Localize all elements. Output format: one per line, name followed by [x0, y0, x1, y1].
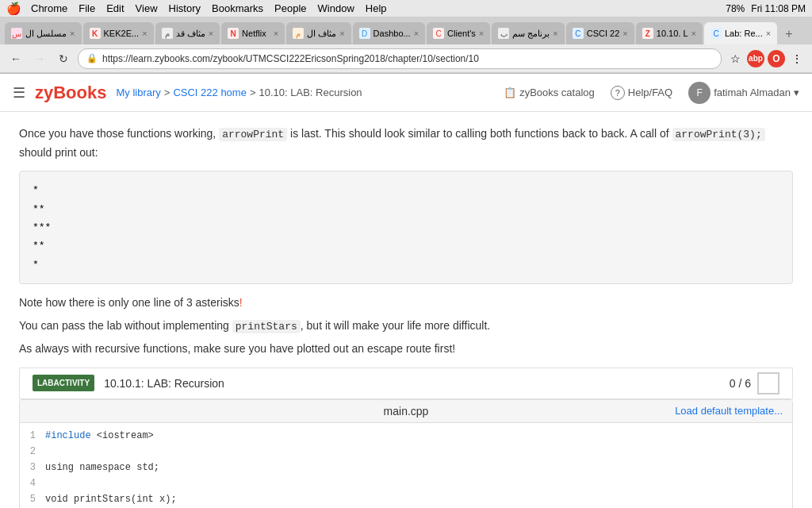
tab-11-favicon: C	[710, 28, 722, 39]
menubar-chrome[interactable]: Chrome	[31, 2, 67, 14]
code-editor-container: main.cpp Load default template... 1 #inc…	[19, 399, 793, 508]
tab-2-favicon: K	[90, 28, 101, 39]
call-code: arrowPrint(3);	[672, 128, 765, 141]
address-bar[interactable]: 🔒 https://learn.zybooks.com/zybook/UTMCS…	[78, 48, 722, 69]
note1: Note how there is only one line of 3 ast…	[19, 294, 793, 311]
line-num-3: 3	[20, 462, 45, 473]
extensions-button[interactable]: ⋮	[788, 50, 806, 67]
menubar-items: Chrome File Edit View History Bookmarks …	[31, 2, 387, 14]
menubar-bookmarks[interactable]: Bookmarks	[212, 2, 263, 14]
tab-7[interactable]: C Client's ×	[427, 22, 490, 44]
tab-7-favicon: C	[433, 28, 444, 39]
score-text: 0 / 6	[730, 377, 751, 390]
tab-1-close[interactable]: ×	[70, 29, 75, 38]
output-line-4: **	[33, 237, 779, 255]
tab-9[interactable]: C CSCI 22 ×	[566, 22, 634, 44]
line-num-5: 5	[20, 494, 45, 505]
tab-10-close[interactable]: ×	[691, 29, 696, 38]
intro-text2: is last. This should look similar to cal…	[287, 127, 668, 140]
arrowprint-code: arrowPrint	[219, 128, 287, 141]
lab-score: 0 / 6	[730, 372, 779, 394]
tab-10[interactable]: Z 10.10. L ×	[636, 22, 703, 44]
tab-6-favicon: D	[359, 28, 370, 39]
tab-4[interactable]: N Netflix ×	[221, 22, 285, 44]
tab-11[interactable]: C Lab: Re... ×	[704, 22, 777, 44]
menubar-view[interactable]: View	[136, 2, 158, 14]
menubar-help[interactable]: Help	[366, 2, 387, 14]
back-button[interactable]: ←	[6, 49, 25, 68]
tab-8[interactable]: ب برنامج سم ×	[492, 22, 565, 44]
menubar-window[interactable]: Window	[318, 2, 354, 14]
forward-button[interactable]: →	[30, 49, 49, 68]
tab-4-close[interactable]: ×	[274, 29, 278, 38]
breadcrumb-mylibrary[interactable]: My library	[116, 87, 160, 98]
printstars-code: printStars	[232, 320, 301, 333]
menubar-edit[interactable]: Edit	[106, 2, 124, 14]
tab-6[interactable]: D Dashbo... ×	[353, 22, 426, 44]
lab-label-line2: ACTIVITY	[54, 378, 90, 388]
tabs-bar: س مسلسل ال × K KEK2E... × م مثاف قد × N …	[0, 17, 812, 44]
output-line-3: ***	[33, 218, 779, 237]
tab-8-close[interactable]: ×	[553, 29, 557, 38]
tab-11-close[interactable]: ×	[766, 29, 771, 38]
tab-8-favicon: ب	[498, 28, 509, 39]
catalog-icon: 📋	[504, 87, 516, 98]
new-tab-button[interactable]: +	[779, 24, 799, 44]
menubar-history[interactable]: History	[169, 2, 201, 14]
catalog-button[interactable]: 📋 zyBooks catalog	[504, 87, 595, 98]
line-content-5: void printStars(int x);	[45, 494, 177, 505]
tab-6-close[interactable]: ×	[414, 29, 419, 38]
tab-5[interactable]: م مثاف ال ×	[286, 22, 351, 44]
tab-8-label: برنامج سم	[512, 29, 550, 39]
tab-11-label: Lab: Re...	[725, 29, 763, 38]
nav-bar: ← → ↻ 🔒 https://learn.zybooks.com/zybook…	[0, 44, 812, 73]
note2-part2: , but it will make your life more diffic…	[301, 319, 490, 332]
output-code-block: * ** *** ** *	[19, 171, 793, 284]
tab-3-label: مثاف قد	[176, 29, 205, 39]
tab-3[interactable]: م مثاف قد ×	[155, 22, 220, 44]
menubar-people[interactable]: People	[274, 2, 306, 14]
clock: Fri 11:08 PM	[751, 3, 806, 14]
tab-9-close[interactable]: ×	[622, 29, 627, 38]
note2-part1: You can pass the lab without implementin…	[19, 319, 232, 332]
tab-5-close[interactable]: ×	[339, 29, 344, 38]
load-template-link[interactable]: Load default template...	[675, 405, 783, 417]
help-button[interactable]: ? Help/FAQ	[611, 86, 672, 100]
tab-2-close[interactable]: ×	[142, 29, 147, 38]
note1-text: Note how there is only one line of 3 ast…	[19, 296, 239, 309]
code-line-4: 4	[20, 477, 792, 493]
catalog-label: zyBooks catalog	[519, 87, 595, 98]
abp-button[interactable]: abp	[747, 50, 764, 67]
code-editor[interactable]: 1 #include <iostream> 2 3 using namespac…	[20, 423, 792, 508]
line-content-3: using namespace std;	[45, 462, 159, 473]
line-num-4: 4	[20, 478, 45, 489]
refresh-button[interactable]: ↻	[54, 49, 73, 68]
tab-2-label: KEK2E...	[104, 29, 140, 38]
opera-button[interactable]: O	[768, 50, 785, 67]
lab-activity-bar: LAB ACTIVITY 10.10.1: LAB: Recursion 0 /…	[19, 368, 793, 399]
tab-10-favicon: Z	[642, 28, 653, 39]
tab-4-label: Netflix	[242, 29, 266, 38]
tab-9-favicon: C	[573, 28, 584, 39]
tab-2[interactable]: K KEK2E... ×	[83, 22, 154, 44]
tab-7-label: Client's	[447, 29, 476, 38]
menubar-file[interactable]: File	[79, 2, 95, 14]
hamburger-menu[interactable]: ☰	[13, 84, 25, 102]
browser-chrome: س مسلسل ال × K KEK2E... × م مثاف قد × N …	[0, 17, 812, 74]
user-menu[interactable]: F fatimah Almadan ▾	[688, 82, 799, 104]
apple-menu[interactable]: 🍎	[6, 2, 21, 16]
address-text: https://learn.zybooks.com/zybook/UTMCSCI…	[102, 53, 479, 64]
output-line-1: *	[33, 181, 779, 199]
help-label: Help/FAQ	[628, 87, 672, 98]
tab-1[interactable]: س مسلسل ال ×	[5, 22, 82, 44]
breadcrumb-csci[interactable]: CSCI 222 home	[173, 87, 247, 98]
lab-label: LAB ACTIVITY	[33, 375, 94, 391]
tab-3-close[interactable]: ×	[209, 29, 213, 38]
header-right: 📋 zyBooks catalog ? Help/FAQ F fatimah A…	[504, 82, 799, 104]
breadcrumb-current: 10.10: LAB: Recursion	[259, 87, 362, 98]
breadcrumb-sep2: >	[250, 87, 256, 98]
menubar-right: 78% Fri 11:08 PM	[726, 3, 806, 14]
content-area: Once you have those functions working, a…	[0, 112, 812, 508]
star-button[interactable]: ☆	[726, 50, 744, 67]
tab-7-close[interactable]: ×	[479, 29, 484, 38]
